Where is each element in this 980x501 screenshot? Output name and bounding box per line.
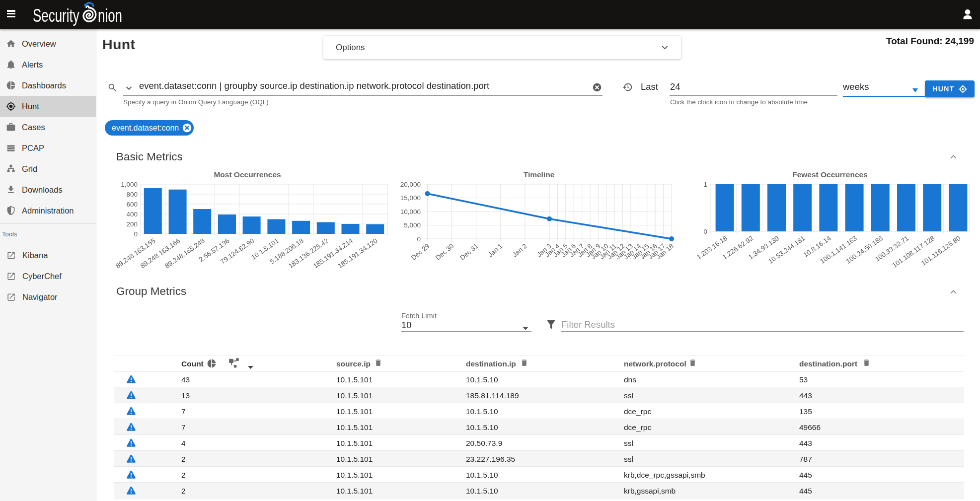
svg-text:15,000: 15,000 xyxy=(400,194,421,202)
svg-text:5,000: 5,000 xyxy=(404,221,421,229)
svg-text:Fewest Occurrences: Fewest Occurrences xyxy=(792,171,868,179)
svg-text:20,000: 20,000 xyxy=(400,181,421,188)
svg-text:200: 200 xyxy=(126,220,138,228)
svg-text:Most Occurrences: Most Occurrences xyxy=(214,171,281,179)
svg-text:1: 1 xyxy=(703,181,707,188)
svg-text:400: 400 xyxy=(126,211,138,218)
svg-text:10,000: 10,000 xyxy=(400,208,421,215)
svg-text:89.248.163.155: 89.248.163.155 xyxy=(114,237,156,270)
svg-text:1,000: 1,000 xyxy=(121,181,138,188)
svg-text:600: 600 xyxy=(126,201,138,208)
svg-text:Dec 30: Dec 30 xyxy=(434,242,455,262)
svg-text:Jan 2: Jan 2 xyxy=(511,242,528,259)
svg-text:0: 0 xyxy=(134,230,138,238)
svg-text:Dec 29: Dec 29 xyxy=(410,242,431,262)
svg-text:800: 800 xyxy=(126,191,138,198)
svg-text:Dec 31: Dec 31 xyxy=(458,242,479,262)
svg-text:0: 0 xyxy=(703,228,707,235)
svg-text:0: 0 xyxy=(417,235,421,243)
svg-text:Jan 1: Jan 1 xyxy=(487,242,504,259)
svg-text:Timeline: Timeline xyxy=(524,171,555,179)
